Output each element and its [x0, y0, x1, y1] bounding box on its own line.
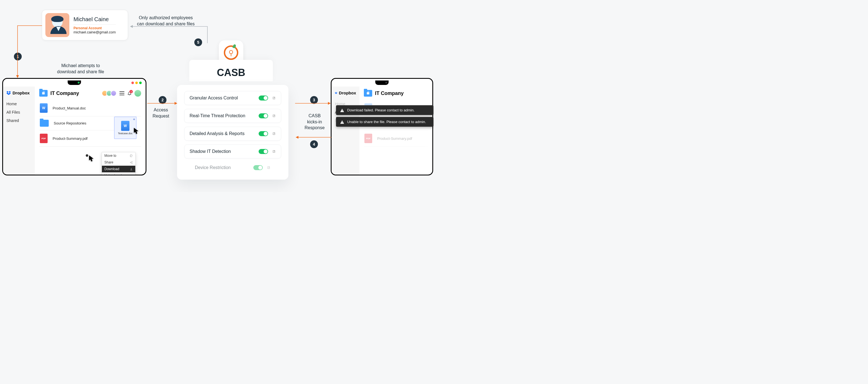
cursor-icon	[89, 155, 95, 162]
casb-feature: Detailed Analysis & Reports	[184, 127, 281, 141]
dragged-file[interactable]: + Testcase.doc	[114, 117, 136, 139]
ctx-download[interactable]: Download	[102, 166, 135, 172]
dropbox-icon	[335, 91, 337, 95]
dropbox-window-right: Dropbox Home All Files Shared IT Company…	[331, 78, 433, 175]
locked-folder-icon	[39, 90, 48, 97]
menu-icon[interactable]	[119, 91, 124, 95]
toggle-switch[interactable]	[259, 95, 268, 100]
shared-avatars[interactable]	[103, 90, 117, 96]
download-icon	[130, 168, 133, 171]
word-icon	[40, 103, 48, 113]
toggle-switch[interactable]	[259, 113, 268, 118]
user-avatar	[45, 13, 69, 37]
pdf-icon	[364, 134, 372, 143]
external-link-icon[interactable]	[272, 114, 276, 118]
word-icon	[121, 121, 129, 131]
ctx-move-to[interactable]: Move to	[102, 152, 135, 159]
toggle-switch[interactable]	[253, 165, 263, 170]
external-link-icon[interactable]	[272, 150, 276, 153]
step-3-badge: 3	[310, 96, 318, 104]
pdf-icon	[40, 134, 48, 143]
upload-icon	[130, 174, 133, 176]
dropbox-logo[interactable]: Dropbox	[335, 90, 356, 95]
folder-title: IT Company	[364, 90, 404, 97]
access-request-label: Access Request	[153, 107, 169, 119]
casb-feature-faded: Device Restriction	[190, 163, 276, 173]
step-2-badge: 2	[159, 96, 166, 104]
casb-feature: Granular Access Control	[184, 91, 281, 105]
warning-icon	[340, 120, 344, 124]
nav-home[interactable]: Home	[6, 100, 31, 108]
window-notch	[68, 81, 81, 85]
profile-avatar[interactable]	[134, 90, 141, 97]
folder-icon	[40, 120, 49, 127]
user-card: Michael Caine Personal Account michael.c…	[42, 10, 128, 40]
svg-point-2	[132, 163, 132, 164]
download-failed-toast: Download failed. Please contact to admin…	[336, 105, 433, 115]
notifications-icon[interactable]: 3	[127, 91, 132, 95]
dropbox-icon	[6, 91, 11, 95]
attempt-note: Michael attempts to download and share f…	[57, 63, 104, 75]
casb-panel: Granular Access Control Real-Time Threat…	[177, 85, 288, 180]
user-account-type: Personal Account	[73, 26, 116, 30]
toggle-switch[interactable]	[259, 149, 268, 154]
file-row[interactable]: Product-Summary.pdf	[364, 130, 428, 147]
arrow-4	[295, 135, 331, 140]
ctx-upload[interactable]: Upload or drop	[102, 172, 135, 175]
share-failed-toast: Unable to share the file. Please contact…	[336, 117, 433, 127]
share-icon	[130, 161, 133, 164]
user-email: michael.caine@gmail.com	[73, 30, 116, 34]
casb-feature: Shadow IT Detection	[184, 145, 281, 158]
external-link-icon[interactable]	[267, 166, 271, 170]
context-menu: Move to Share Download Upload or drop	[102, 152, 135, 175]
dropbox-sidebar: Dropbox Home All Files Shared	[3, 87, 35, 175]
casb-response-label: CASB kicks-in Response	[305, 113, 324, 131]
locked-folder-icon	[364, 90, 372, 97]
svg-point-0	[130, 162, 131, 163]
svg-point-1	[132, 161, 132, 162]
dropbox-sidebar: Dropbox Home All Files Shared	[332, 87, 360, 175]
step-1-badge: 1	[14, 53, 22, 60]
ctx-share[interactable]: Share	[102, 159, 135, 166]
move-icon	[130, 154, 133, 157]
warning-icon	[340, 108, 344, 112]
dropbox-window-left: Dropbox Home All Files Shared IT Company	[2, 78, 147, 175]
casb-feature: Real-Time Threat Protection	[184, 109, 281, 123]
window-notch	[375, 81, 389, 85]
casb-title: CASB	[189, 60, 273, 81]
step-4-badge: 4	[310, 140, 318, 148]
cursor-icon	[134, 128, 140, 135]
dropbox-logo[interactable]: Dropbox	[6, 90, 31, 95]
file-row[interactable]: Product_Manual.doc	[39, 100, 141, 116]
notification-badge: 3	[129, 90, 133, 93]
user-name: Michael Caine	[73, 16, 116, 23]
window-controls[interactable]	[131, 82, 142, 84]
toggle-switch[interactable]	[259, 131, 268, 136]
nav-shared[interactable]: Shared	[6, 116, 31, 125]
nav-all-files[interactable]: All Files	[6, 108, 31, 116]
authorized-note: Only authorized employees can download a…	[137, 15, 194, 27]
external-link-icon[interactable]	[272, 132, 276, 136]
external-link-icon[interactable]	[272, 96, 276, 100]
step-5-badge: 5	[194, 38, 202, 46]
plus-icon: +	[132, 117, 136, 121]
folder-title: IT Company	[39, 90, 79, 97]
